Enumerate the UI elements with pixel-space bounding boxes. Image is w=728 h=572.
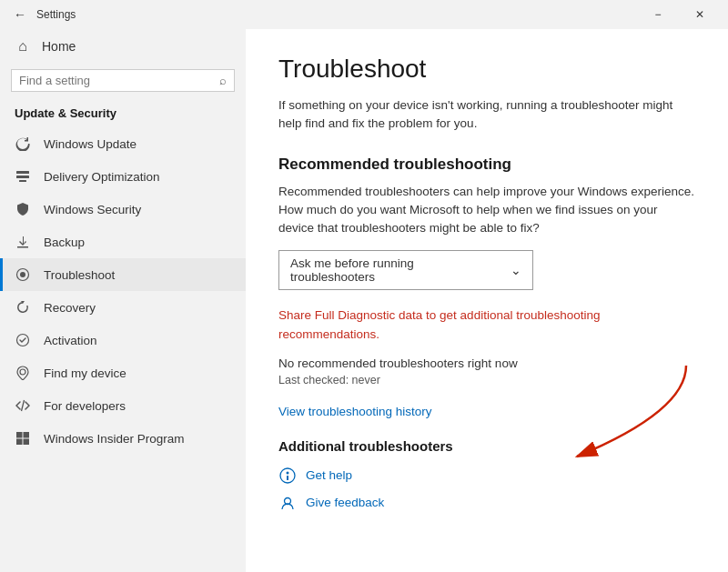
windows-update-icon (15, 135, 31, 152)
recommended-desc: Recommended troubleshooters can help imp… (278, 183, 695, 238)
sidebar-item-for-developers[interactable]: For developers (0, 389, 246, 422)
close-button[interactable]: ✕ (679, 0, 721, 29)
svg-rect-11 (16, 432, 23, 438)
recovery-icon (15, 299, 31, 316)
windows-insider-icon (15, 430, 31, 447)
recovery-label: Recovery (44, 301, 96, 315)
get-help-icon (278, 467, 297, 485)
svg-point-6 (20, 272, 25, 277)
get-help-item[interactable]: Get help (278, 467, 695, 485)
page-title: Troubleshoot (278, 55, 695, 84)
recommended-heading: Recommended troubleshooting (278, 156, 695, 174)
sidebar-item-find-my-device[interactable]: Find my device (0, 356, 246, 389)
additional-section-heading: Additional troubleshooters (278, 438, 695, 454)
title-bar: ← Settings − ✕ (0, 0, 728, 29)
for-developers-icon (15, 397, 31, 414)
sidebar: ⌂ Home ⌕ Update & Security Windows Updat… (0, 29, 246, 572)
sidebar-item-windows-security[interactable]: Windows Security (0, 193, 246, 226)
home-icon: ⌂ (15, 38, 31, 55)
svg-rect-12 (24, 432, 30, 438)
find-my-device-icon (15, 365, 31, 381)
window-controls: − ✕ (637, 0, 721, 29)
section-title: Update & Security (0, 101, 246, 127)
home-label: Home (42, 39, 76, 54)
dropdown-value: Ask me before running troubleshooters (290, 256, 501, 284)
svg-rect-18 (287, 476, 288, 480)
svg-rect-1 (16, 176, 29, 178)
svg-rect-0 (16, 171, 29, 174)
windows-security-icon (15, 201, 31, 217)
windows-insider-label: Windows Insider Program (44, 432, 185, 446)
find-my-device-label: Find my device (44, 366, 126, 380)
sidebar-item-recovery[interactable]: Recovery (0, 291, 246, 324)
status-text: No recommended troubleshooters right now (278, 356, 695, 370)
svg-rect-13 (16, 439, 23, 446)
sidebar-item-activation[interactable]: Activation (0, 324, 246, 356)
back-button[interactable]: ← (7, 2, 33, 27)
chevron-down-icon: ⌄ (511, 263, 521, 277)
activation-label: Activation (44, 334, 97, 347)
windows-update-label: Windows Update (44, 137, 136, 151)
diagnostic-link[interactable]: Share Full Diagnostic data to get additi… (278, 306, 695, 344)
give-feedback-item[interactable]: Give feedback (278, 494, 695, 512)
activation-icon (15, 332, 31, 348)
sidebar-item-windows-update[interactable]: Windows Update (0, 127, 246, 160)
svg-marker-3 (19, 236, 26, 246)
troubleshoot-icon (15, 266, 31, 283)
give-feedback-icon (278, 494, 297, 512)
delivery-optimization-icon (15, 168, 31, 185)
delivery-optimization-label: Delivery Optimization (44, 170, 160, 184)
svg-rect-4 (17, 246, 28, 248)
get-help-label: Get help (306, 468, 352, 482)
sidebar-item-backup[interactable]: Backup (0, 226, 246, 258)
for-developers-label: For developers (44, 399, 126, 413)
troubleshoot-label: Troubleshoot (44, 268, 115, 282)
svg-rect-14 (24, 439, 30, 446)
search-input[interactable] (19, 74, 214, 87)
last-checked-text: Last checked: never (278, 374, 695, 386)
svg-line-10 (22, 400, 25, 411)
svg-point-8 (17, 335, 29, 346)
sidebar-item-home[interactable]: ⌂ Home (0, 29, 246, 64)
backup-label: Backup (44, 236, 85, 249)
search-icon: ⌕ (219, 74, 227, 87)
app-title: Settings (36, 8, 637, 21)
view-history-link[interactable]: View troubleshooting history (278, 405, 695, 418)
content-area: Troubleshoot If something on your device… (246, 29, 728, 572)
bottom-links: Get help Give feedback (278, 467, 695, 512)
windows-security-label: Windows Security (44, 203, 141, 216)
minimize-button[interactable]: − (637, 0, 679, 29)
sidebar-item-delivery-optimization[interactable]: Delivery Optimization (0, 160, 246, 193)
svg-point-9 (20, 369, 25, 375)
svg-rect-2 (19, 180, 26, 182)
page-description: If something on your device isn't workin… (278, 96, 695, 134)
troubleshoot-dropdown[interactable]: Ask me before running troubleshooters ⌄ (278, 250, 533, 290)
give-feedback-label: Give feedback (306, 496, 384, 509)
search-box[interactable]: ⌕ (11, 69, 235, 92)
svg-point-17 (287, 471, 289, 474)
backup-icon (15, 234, 31, 250)
sidebar-item-windows-insider[interactable]: Windows Insider Program (0, 422, 246, 455)
main-layout: ⌂ Home ⌕ Update & Security Windows Updat… (0, 29, 728, 572)
sidebar-item-troubleshoot[interactable]: Troubleshoot (0, 258, 246, 291)
